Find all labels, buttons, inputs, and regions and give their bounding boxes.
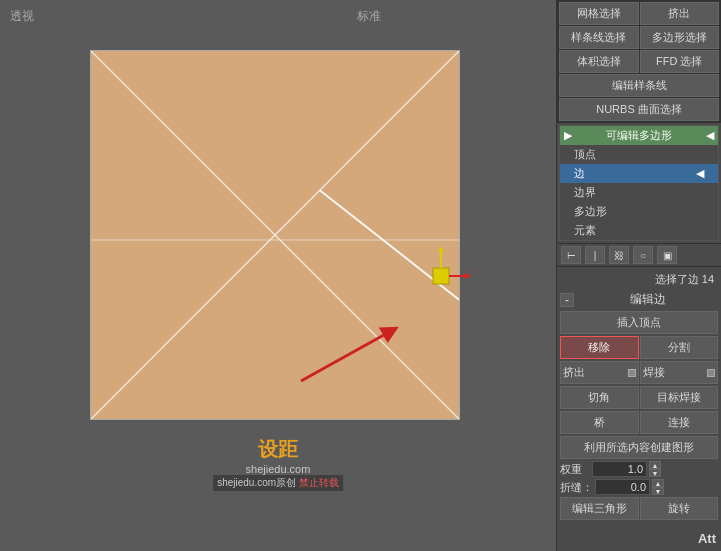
poly-select-btn[interactable]: 多边形选择 bbox=[640, 26, 720, 49]
watermark-logo: 设距 bbox=[213, 436, 343, 463]
crease-label: 折缝： bbox=[560, 480, 593, 495]
viewport: 透视 标准 bbox=[0, 0, 556, 551]
collapse-btn[interactable]: - bbox=[560, 293, 574, 307]
att-label: Att bbox=[698, 531, 716, 546]
extrude-settings-dot bbox=[628, 369, 636, 377]
sub-object-polygon[interactable]: 多边形 bbox=[560, 202, 718, 221]
svg-marker-6 bbox=[438, 246, 444, 252]
sub-object-border[interactable]: 边界 bbox=[560, 183, 718, 202]
remove-btn[interactable]: 移除 bbox=[560, 336, 639, 359]
crease-up[interactable]: ▲ bbox=[652, 479, 664, 487]
mesh-select-btn[interactable]: 网格选择 bbox=[559, 2, 639, 25]
main-container: 透视 标准 bbox=[0, 0, 721, 551]
selected-info: 选择了边 14 bbox=[560, 270, 718, 289]
weight-label: 权重 bbox=[560, 462, 590, 477]
settings-icon[interactable]: ○ bbox=[633, 246, 653, 264]
collapse-icon: ▶ bbox=[564, 129, 572, 142]
sub-object-vertex[interactable]: 顶点 bbox=[560, 145, 718, 164]
sub-object-arrow: ◀ bbox=[706, 129, 714, 142]
extrude-weld-row: 挤出 焊接 bbox=[560, 361, 718, 384]
extrude-edge-btn[interactable]: 挤出 bbox=[560, 361, 639, 384]
watermark-nocopy: 禁止转载 bbox=[299, 477, 339, 488]
extrude-btn[interactable]: 挤出 bbox=[640, 2, 720, 25]
chain-icon[interactable]: ⛓ bbox=[609, 246, 629, 264]
right-panel: 网格选择 挤出 样条线选择 多边形选择 体积选择 FFD 选择 编辑样条线 NU… bbox=[556, 0, 721, 551]
watermark-url: shejiedu.com bbox=[213, 463, 343, 475]
rotate-btn[interactable]: 旋转 bbox=[640, 497, 719, 520]
sub-object-header: ▶ 可编辑多边形 ◀ bbox=[560, 126, 718, 145]
split-btn[interactable]: 分割 bbox=[640, 336, 719, 359]
svg-line-11 bbox=[301, 331, 391, 381]
svg-rect-4 bbox=[433, 268, 449, 284]
insert-vertex-btn[interactable]: 插入顶点 bbox=[560, 311, 718, 334]
toolbar-icons: ⊢ | ⛓ ○ ▣ bbox=[557, 243, 721, 267]
pin-icon[interactable]: ⊢ bbox=[561, 246, 581, 264]
sub-object-title: 可编辑多边形 bbox=[606, 128, 672, 143]
edit-edge-section: - 编辑边 bbox=[560, 291, 718, 308]
remove-split-row: 移除 分割 bbox=[560, 336, 718, 359]
active-arrow-icon: ◀ bbox=[696, 167, 704, 180]
edit-triangles-btn[interactable]: 编辑三角形 bbox=[560, 497, 639, 520]
weight-input[interactable] bbox=[592, 461, 647, 477]
create-shape-btn[interactable]: 利用所选内容创建图形 bbox=[560, 436, 718, 459]
view-top-right: 标准 bbox=[357, 8, 381, 25]
weight-up[interactable]: ▲ bbox=[649, 461, 661, 469]
transform-gizmo: x bbox=[411, 246, 471, 306]
target-weld-btn[interactable]: 目标焊接 bbox=[640, 386, 719, 409]
canvas-area: x bbox=[90, 50, 460, 420]
edit-panel: 选择了边 14 - 编辑边 插入顶点 移除 分割 挤出 焊接 bbox=[557, 267, 721, 551]
edit-spline-btn[interactable]: 编辑样条线 bbox=[559, 74, 719, 97]
weld-btn[interactable]: 焊接 bbox=[640, 361, 719, 384]
crease-down[interactable]: ▼ bbox=[652, 487, 664, 495]
edit-edge-title: 编辑边 bbox=[578, 291, 718, 308]
weight-row: 权重 ▲ ▼ bbox=[560, 461, 718, 477]
weld-settings-dot bbox=[707, 369, 715, 377]
display-icon[interactable]: ▣ bbox=[657, 246, 677, 264]
bridge-connect-row: 桥 连接 bbox=[560, 411, 718, 434]
watermark: 设距 shejiedu.com shejiedu.com原创 禁止转载 bbox=[213, 436, 343, 491]
watermark-original: shejiedu.com原创 bbox=[217, 477, 296, 488]
ffd-select-btn[interactable]: FFD 选择 bbox=[640, 50, 720, 73]
svg-text:x: x bbox=[469, 267, 471, 276]
sub-object-element[interactable]: 元素 bbox=[560, 221, 718, 240]
connect-btn[interactable]: 连接 bbox=[640, 411, 719, 434]
chamfer-btn[interactable]: 切角 bbox=[560, 386, 639, 409]
weight-spinner: ▲ ▼ bbox=[649, 461, 661, 477]
lock-icon[interactable]: | bbox=[585, 246, 605, 264]
sub-object-panel: ▶ 可编辑多边形 ◀ 顶点 边 ◀ 边界 多边形 元素 bbox=[559, 125, 719, 241]
arrow-indicator bbox=[291, 311, 431, 391]
weight-down[interactable]: ▼ bbox=[649, 469, 661, 477]
volume-select-btn[interactable]: 体积选择 bbox=[559, 50, 639, 73]
bridge-btn[interactable]: 桥 bbox=[560, 411, 639, 434]
triangles-rotate-row: 编辑三角形 旋转 bbox=[560, 497, 718, 520]
crease-input[interactable] bbox=[595, 479, 650, 495]
chamfer-targetweld-row: 切角 目标焊接 bbox=[560, 386, 718, 409]
crease-spinner: ▲ ▼ bbox=[652, 479, 664, 495]
view-label: 透视 bbox=[10, 8, 34, 25]
crease-row: 折缝： ▲ ▼ bbox=[560, 479, 718, 495]
watermark-copy: shejiedu.com原创 禁止转载 bbox=[213, 475, 343, 491]
top-button-grid: 网格选择 挤出 样条线选择 多边形选择 体积选择 FFD 选择 编辑样条线 NU… bbox=[557, 0, 721, 123]
nurbs-select-btn[interactable]: NURBS 曲面选择 bbox=[559, 98, 719, 121]
spline-select-btn[interactable]: 样条线选择 bbox=[559, 26, 639, 49]
sub-object-edge[interactable]: 边 ◀ bbox=[560, 164, 718, 183]
